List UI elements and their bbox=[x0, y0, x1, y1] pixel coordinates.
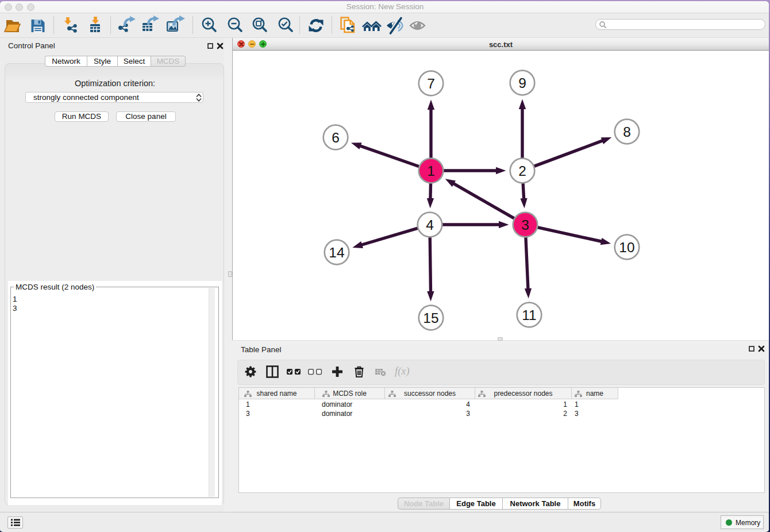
svg-text:15: 15 bbox=[423, 310, 438, 326]
svg-text:10: 10 bbox=[619, 240, 634, 255]
svg-text:7: 7 bbox=[427, 76, 435, 91]
svg-text:2: 2 bbox=[518, 163, 526, 179]
svg-text:8: 8 bbox=[623, 124, 631, 140]
svg-text:14: 14 bbox=[329, 245, 344, 260]
svg-text:11: 11 bbox=[522, 307, 536, 323]
svg-text:3: 3 bbox=[521, 217, 529, 233]
svg-text:4: 4 bbox=[426, 217, 434, 233]
svg-text:6: 6 bbox=[332, 130, 340, 145]
svg-text:1: 1 bbox=[427, 163, 435, 179]
svg-text:9: 9 bbox=[518, 75, 526, 91]
